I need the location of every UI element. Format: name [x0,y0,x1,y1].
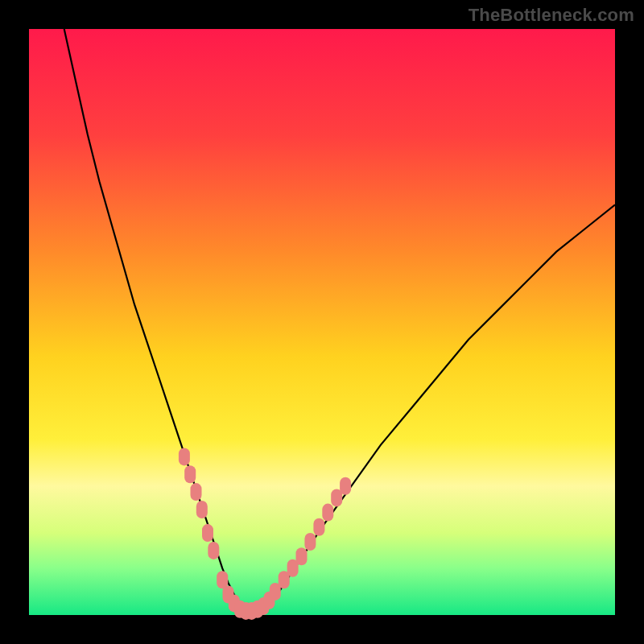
marker-dot [304,533,316,551]
marker-dot [191,483,202,501]
marker-dot [296,547,308,565]
marker-dot [322,504,333,522]
marker-dot [196,501,208,518]
watermark-text: TheBottleneck.com [469,5,634,26]
marker-dot [313,518,324,536]
chart-svg [29,29,615,615]
marker-dot [184,465,196,483]
highlight-markers [179,448,351,620]
marker-dot [340,477,351,495]
marker-dot [179,448,190,465]
marker-dot [208,542,219,559]
outer-frame: TheBottleneck.com [0,0,644,644]
marker-dot [202,524,213,542]
bottleneck-curve [64,29,615,612]
